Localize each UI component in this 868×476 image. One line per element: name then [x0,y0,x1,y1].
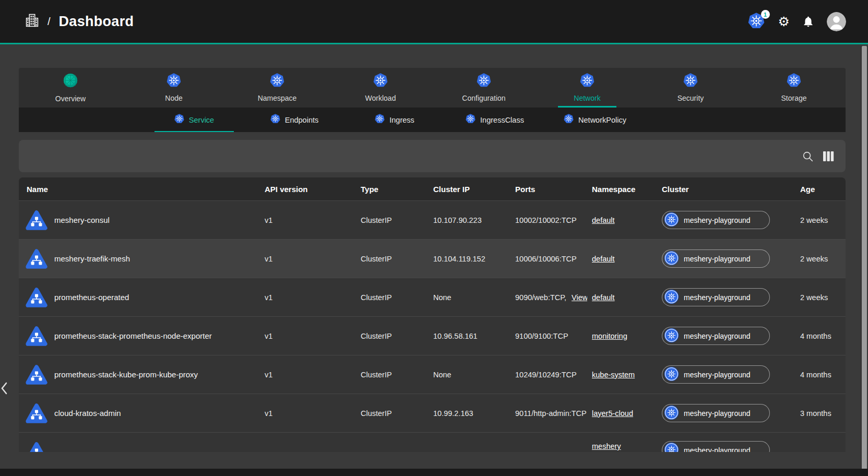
age-cell: 4 months [778,317,846,355]
breadcrumb-separator: / [47,16,51,28]
cluster-ip-cell: 10.104.119.152 [428,240,509,278]
table-row[interactable]: prometheus-stack-kube-prom-kube-proxy v1… [19,355,846,394]
kubernetes-icon [664,443,679,453]
service-icon [25,209,48,231]
column-header-type[interactable]: Type [355,177,428,200]
sub-tab-ingressclass[interactable]: IngressClass [445,108,545,132]
search-icon[interactable] [802,150,814,162]
ports-value: 9011/http-admin:TCP [515,409,587,418]
table-header: NameAPI versionTypeCluster IPPortsNamesp… [19,177,846,200]
type-cell: ClusterIP [355,317,428,355]
service-name: meshery-consul [54,216,110,224]
user-avatar[interactable] [827,12,846,31]
column-header-ports[interactable]: Ports [509,177,587,200]
kubernetes-icon [564,114,574,126]
notifications-bell-icon[interactable] [802,16,814,28]
meshery-icon [63,73,78,90]
sub-tab-ingress[interactable]: Ingress [344,108,445,132]
service-icon [25,325,48,347]
kubernetes-icon [373,73,388,90]
cluster-chip[interactable]: meshery-playground [662,441,770,452]
main-tab-node[interactable]: Node [122,68,225,108]
type-cell [355,433,428,452]
sub-tab-service[interactable]: Service [144,108,244,132]
main-tab-overview[interactable]: Overview [19,68,122,108]
table-row[interactable]: meshery-traefik-mesh v1 ClusterIP 10.104… [19,239,846,278]
kubernetes-icon [664,251,679,267]
namespace-link[interactable]: monitoring [592,332,627,340]
column-header-namespace[interactable]: Namespace [587,177,655,200]
namespace-cell: default [587,278,655,316]
view-all-link[interactable]: View all [572,293,587,302]
column-header-name[interactable]: Name [19,177,256,200]
building-icon[interactable] [25,13,39,30]
collapse-drawer-button[interactable] [0,379,11,397]
column-header-cluster[interactable]: Cluster [655,177,778,200]
cluster-chip[interactable]: meshery-playground [662,288,770,306]
age-cell: 4 months [778,355,846,394]
table-row[interactable]: meshery meshery-playground [19,432,846,452]
main-tab-security[interactable]: Security [639,68,742,108]
kubernetes-icon [477,73,491,90]
main-tab-workload[interactable]: Workload [329,68,432,108]
cluster-chip[interactable]: meshery-playground [662,365,770,384]
cluster-chip[interactable]: meshery-playground [662,249,770,268]
cluster-chip[interactable]: meshery-playground [662,404,770,422]
view-columns-icon[interactable] [823,151,834,161]
table-row[interactable]: prometheus-operated v1 ClusterIP None 90… [19,278,846,316]
main-tab-namespace[interactable]: Namespace [225,68,329,108]
table-toolbar [19,140,846,172]
column-header-api-version[interactable]: API version [256,177,355,200]
dashboard-page: / Dashboard 1 ⚙ [0,0,868,476]
sub-tab-networkpolicy[interactable]: NetworkPolicy [545,108,645,132]
table-row[interactable]: cloud-kratos-admin v1 ClusterIP 10.99.2.… [19,394,846,432]
kubernetes-icon [748,22,765,31]
namespace-link[interactable]: kube-system [592,371,635,379]
table-row[interactable]: prometheus-stack-prometheus-node-exporte… [19,316,846,355]
kubernetes-icon [664,367,679,383]
main-tab-network[interactable]: Network [536,68,639,108]
name-cell: cloud-kratos-admin [19,394,256,432]
ports-value: 10006/10006:TCP [515,255,577,263]
namespace-link[interactable]: meshery [592,442,621,450]
api-version-cell: v1 [256,201,355,239]
cluster-cell: meshery-playground [655,394,778,432]
ports-value: 10249/10249:TCP [515,371,577,379]
ports-value: 9090/web:TCP, [515,293,566,302]
namespace-link[interactable]: default [592,216,615,224]
api-version-cell: v1 [256,317,355,355]
network-resource-tabs: Service Endpoints Ingress IngressClass [19,108,846,132]
service-name: prometheus-stack-kube-prom-kube-proxy [54,370,198,379]
cluster-context-button[interactable]: 1 [748,13,766,30]
column-header-age[interactable]: Age [778,177,846,200]
main-tab-storage[interactable]: Storage [742,68,846,108]
age-cell: 3 months [778,394,846,432]
sub-tab-endpoints[interactable]: Endpoints [244,108,344,132]
cluster-chip[interactable]: meshery-playground [662,211,770,229]
namespace-link[interactable]: layer5-cloud [592,409,633,418]
scrollbar-thumb[interactable] [862,46,867,476]
service-name: prometheus-stack-prometheus-node-exporte… [54,331,212,340]
vertical-scrollbar[interactable] [861,46,868,476]
ports-value: 9100/9100:TCP [515,332,568,340]
cluster-chip[interactable]: meshery-playground [662,327,770,345]
kubernetes-icon [683,73,698,90]
api-version-cell: v1 [256,355,355,394]
kubernetes-icon [466,114,475,126]
namespace-link[interactable]: default [592,255,615,263]
ports-cell: 9090/web:TCP, View all [509,278,587,316]
service-icon [25,287,48,308]
api-version-cell: v1 [256,278,355,316]
ports-cell: 10002/10002:TCP [509,201,587,239]
namespace-link[interactable]: default [592,293,615,302]
cluster-cell: meshery-playground [655,433,778,452]
column-header-cluster-ip[interactable]: Cluster IP [428,177,509,200]
page-title: Dashboard [59,14,134,30]
settings-gear-icon[interactable]: ⚙ [778,15,790,28]
table-row[interactable]: meshery-consul v1 ClusterIP 10.107.90.22… [19,200,846,239]
kubernetes-icon [270,114,280,126]
cluster-ip-cell: 10.96.58.161 [428,317,509,355]
main-tab-configuration[interactable]: Configuration [432,68,536,108]
kubernetes-icon [664,406,679,421]
kubernetes-icon [664,290,679,305]
